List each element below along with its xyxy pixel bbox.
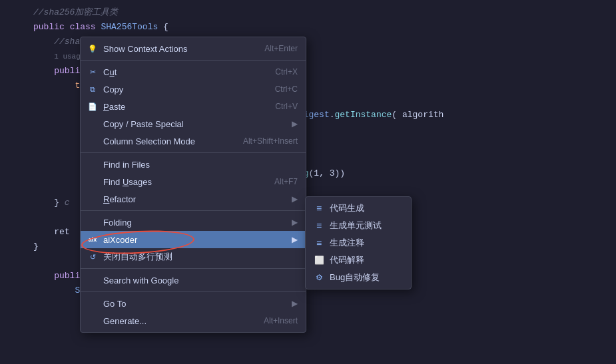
- menu-label: Column Selection Mode: [103, 136, 195, 146]
- submenu-item-bug-fix[interactable]: ⚙ Bug自动修复: [306, 269, 411, 286]
- submenu-arrow-icon: ▶: [292, 218, 298, 227]
- code-line: public class SHA256Tools {: [0, 20, 616, 35]
- menu-item-find-in-files[interactable]: Find in Files: [81, 156, 306, 173]
- submenu-label: 代码生成: [330, 202, 364, 214]
- submenu-item-code-explain[interactable]: ⬜ 代码解释: [306, 252, 411, 269]
- menu-label: Folding: [103, 218, 132, 228]
- search-google-icon: [87, 275, 98, 285]
- find-files-icon: [87, 159, 98, 170]
- menu-item-paste[interactable]: 📄 Paste Ctrl+V: [81, 98, 306, 115]
- menu-shortcut: Alt+F7: [274, 177, 298, 186]
- submenu-item-gen-comment[interactable]: ≡ 生成注释: [306, 234, 411, 252]
- menu-label: Copy / Paste Special: [103, 119, 184, 129]
- menu-label: Copy: [103, 85, 123, 94]
- submenu-arrow-icon: ▶: [292, 119, 298, 128]
- folding-icon: [87, 217, 98, 228]
- menu-label: aiXcoder: [103, 235, 137, 245]
- menu-item-goto[interactable]: Go To ▶: [81, 295, 306, 312]
- code-explain-icon: ⬜: [314, 255, 324, 266]
- menu-shortcut: Alt+Enter: [264, 44, 298, 53]
- copy-icon: ⧉: [87, 84, 98, 94]
- generate-icon: [87, 315, 98, 326]
- gen-comment-icon: ≡: [314, 238, 324, 248]
- code-gen-icon: ≡: [314, 203, 324, 214]
- menu-item-column-selection[interactable]: Column Selection Mode Alt+Shift+Insert: [81, 132, 306, 150]
- menu-label: Show Context Actions: [103, 44, 187, 54]
- unit-test-icon: ≡: [314, 220, 324, 231]
- submenu-item-code-gen[interactable]: ≡ 代码生成: [306, 200, 411, 217]
- menu-label: Refactor: [103, 194, 136, 204]
- submenu-arrow-icon: ▶: [292, 299, 298, 308]
- menu-item-cut[interactable]: ✂ Cut Ctrl+X: [81, 63, 306, 81]
- submenu-label: Bug自动修复: [330, 272, 380, 283]
- bug-fix-icon: ⚙: [314, 272, 324, 283]
- menu-label: Find Usages: [103, 177, 152, 187]
- menu-label: 关闭自动多行预测: [103, 251, 172, 263]
- menu-shortcut: Ctrl+X: [275, 67, 298, 77]
- menu-shortcut: Alt+Insert: [264, 316, 298, 325]
- cut-icon: ✂: [87, 67, 98, 77]
- menu-item-copy[interactable]: ⧉ Copy Ctrl+C: [81, 81, 306, 98]
- menu-item-aixcoder[interactable]: aix aiXcoder ▶: [81, 231, 306, 248]
- submenu-label: 生成单元测试: [330, 220, 382, 232]
- menu-item-find-usages[interactable]: Find Usages Alt+F7: [81, 173, 306, 190]
- menu-shortcut: Ctrl+C: [275, 85, 298, 94]
- menu-separator: [81, 210, 306, 211]
- menu-shortcut: Alt+Shift+Insert: [243, 136, 298, 146]
- menu-label: Cut: [103, 67, 117, 77]
- menu-item-show-context-actions[interactable]: 💡 Show Context Actions Alt+Enter: [81, 40, 306, 57]
- menu-separator: [81, 268, 306, 269]
- submenu-arrow-icon: ▶: [292, 235, 298, 244]
- copy-paste-special-icon: [87, 118, 98, 129]
- aixcoder-icon: aix: [87, 234, 98, 245]
- submenu-label: 生成注释: [330, 237, 364, 249]
- lightbulb-icon: 💡: [87, 43, 98, 54]
- code-line: //sha256加密工具类: [0, 5, 616, 20]
- menu-label: Paste: [103, 102, 125, 112]
- goto-icon: [87, 298, 98, 309]
- close-multiline-icon: ↺: [87, 252, 98, 262]
- find-usages-icon: [87, 176, 98, 187]
- column-selection-icon: [87, 136, 98, 146]
- menu-item-generate[interactable]: Generate... Alt+Insert: [81, 312, 306, 329]
- submenu-item-unit-test[interactable]: ≡ 生成单元测试: [306, 217, 411, 234]
- menu-item-close-multiline[interactable]: ↺ 关闭自动多行预测: [81, 248, 306, 266]
- paste-icon: 📄: [87, 101, 98, 112]
- submenu-label: 代码解释: [330, 254, 364, 266]
- menu-shortcut: Ctrl+V: [275, 102, 298, 111]
- aixcoder-submenu: ≡ 代码生成 ≡ 生成单元测试 ≡ 生成注释 ⬜ 代码解释 ⚙ Bug自动修复: [305, 196, 412, 289]
- menu-label: Find in Files: [103, 160, 150, 170]
- submenu-arrow-icon: ▶: [292, 194, 298, 204]
- menu-label: Search with Google: [103, 275, 178, 285]
- refactor-icon: [87, 194, 98, 204]
- menu-separator: [81, 291, 306, 292]
- menu-label: Generate...: [103, 316, 147, 326]
- context-menu: 💡 Show Context Actions Alt+Enter ✂ Cut C…: [80, 37, 306, 333]
- menu-item-refactor[interactable]: Refactor ▶: [81, 190, 306, 208]
- menu-item-search-google[interactable]: Search with Google: [81, 272, 306, 289]
- menu-separator: [81, 152, 306, 153]
- menu-item-folding[interactable]: Folding ▶: [81, 214, 306, 231]
- menu-separator: [81, 60, 306, 61]
- menu-item-copy-paste-special[interactable]: Copy / Paste Special ▶: [81, 115, 306, 132]
- menu-label: Go To: [103, 299, 126, 309]
